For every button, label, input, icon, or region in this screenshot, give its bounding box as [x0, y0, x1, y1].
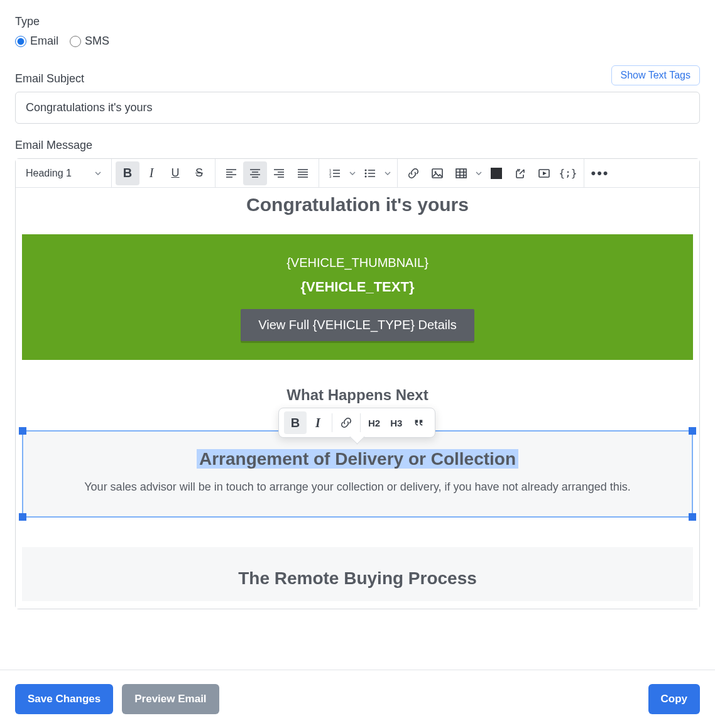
- unordered-list-dropdown[interactable]: [382, 170, 393, 177]
- open-link-button[interactable]: [508, 161, 532, 185]
- strikethrough-button[interactable]: S: [187, 161, 211, 185]
- subject-header: Email Subject Show Text Tags: [15, 65, 700, 85]
- svg-point-3: [365, 169, 367, 171]
- ordered-list-dropdown[interactable]: [347, 170, 358, 177]
- table-button[interactable]: [449, 161, 473, 185]
- table-icon: [455, 167, 467, 180]
- ordered-list-icon: 123: [329, 167, 341, 180]
- resize-handle-bottom-right[interactable]: [689, 513, 696, 521]
- type-radio-sms[interactable]: [70, 36, 81, 47]
- link-button[interactable]: [401, 161, 425, 185]
- bold-icon: B: [291, 416, 300, 430]
- type-radio-email[interactable]: [15, 36, 26, 47]
- align-left-button[interactable]: [219, 161, 243, 185]
- email-message-label: Email Message: [15, 139, 700, 152]
- mini-h2-button[interactable]: H2: [363, 411, 385, 434]
- preview-email-button[interactable]: Preview Email: [122, 684, 219, 685]
- show-text-tags-button[interactable]: Show Text Tags: [611, 65, 700, 85]
- svg-text:3: 3: [329, 175, 332, 178]
- toolbar-group-insert: {;}: [398, 159, 584, 187]
- resize-handle-top-right[interactable]: [689, 427, 696, 435]
- chevron-down-icon: [349, 170, 356, 177]
- color-swatch-icon: [491, 168, 502, 179]
- vehicle-text-placeholder: {VEHICLE_TEXT}: [22, 279, 693, 295]
- svg-rect-8: [456, 169, 466, 178]
- chevron-down-icon: [385, 170, 391, 177]
- mini-link-button[interactable]: [335, 411, 358, 434]
- type-option-label: Email: [30, 35, 58, 48]
- strikethrough-icon: S: [195, 166, 203, 180]
- editor-content[interactable]: Congratulation it's yours {VEHICLE_THUMB…: [16, 188, 699, 609]
- type-option-label: SMS: [85, 35, 109, 48]
- mini-quote-button[interactable]: [407, 411, 430, 434]
- bold-icon: B: [123, 166, 132, 180]
- code-button[interactable]: {;}: [556, 161, 580, 185]
- resize-handle-bottom-left[interactable]: [19, 513, 26, 521]
- color-button[interactable]: [484, 161, 508, 185]
- subject-label: Email Subject: [15, 72, 84, 85]
- italic-icon: I: [150, 166, 154, 180]
- toolbar-group-more: •••: [584, 159, 616, 187]
- type-label: Type: [15, 15, 700, 28]
- unordered-list-button[interactable]: [358, 161, 382, 185]
- italic-icon: I: [315, 416, 320, 430]
- toolbar-group-lists: 123: [319, 159, 398, 187]
- content-title: Congratulation it's yours: [16, 188, 699, 234]
- mini-bold-button[interactable]: B: [284, 411, 307, 434]
- remote-buying-heading: The Remote Buying Process: [47, 568, 668, 589]
- ordered-list-button[interactable]: 123: [323, 161, 347, 185]
- align-left-icon: [225, 167, 237, 180]
- ordered-list-combo: 123: [323, 161, 358, 185]
- chevron-down-icon: [95, 170, 101, 177]
- vehicle-thumbnail-placeholder: {VEHICLE_THUMBNAIL}: [22, 256, 693, 270]
- resize-handle-top-left[interactable]: [19, 427, 26, 435]
- unordered-list-combo: [358, 161, 393, 185]
- type-option-sms[interactable]: SMS: [70, 35, 109, 48]
- align-right-button[interactable]: [267, 161, 291, 185]
- italic-button[interactable]: I: [139, 161, 163, 185]
- save-changes-button[interactable]: Save Changes: [15, 684, 113, 685]
- arrangement-heading: Arrangement of Delivery or Collection: [197, 449, 518, 469]
- bold-button[interactable]: B: [116, 161, 139, 185]
- underline-button[interactable]: U: [163, 161, 187, 185]
- heading-select-label: Heading 1: [26, 168, 72, 179]
- unordered-list-icon: [364, 167, 376, 180]
- vehicle-block: {VEHICLE_THUMBNAIL} {VEHICLE_TEXT} View …: [22, 234, 693, 360]
- quote-icon: [413, 417, 424, 428]
- type-section: Type Email SMS: [15, 15, 700, 48]
- table-dropdown[interactable]: [473, 170, 484, 177]
- code-braces-icon: {;}: [559, 167, 577, 179]
- copy-button[interactable]: Copy: [648, 684, 701, 685]
- editor-toolbar: Heading 1 B I U S: [16, 159, 699, 188]
- more-icon: •••: [591, 166, 609, 180]
- mini-separator: [360, 413, 361, 432]
- more-button[interactable]: •••: [588, 161, 612, 185]
- table-combo: [449, 161, 484, 185]
- video-icon: [538, 167, 550, 180]
- type-option-email[interactable]: Email: [15, 35, 58, 48]
- remote-buying-block: The Remote Buying Process: [22, 547, 693, 601]
- svg-point-4: [365, 172, 367, 174]
- toolbar-group-heading: Heading 1: [16, 159, 112, 187]
- chevron-down-icon: [476, 170, 482, 177]
- toolbar-group-format: B I U S: [112, 159, 216, 187]
- image-button[interactable]: [425, 161, 449, 185]
- footer-left: Save Changes Preview Email: [15, 684, 219, 685]
- align-justify-button[interactable]: [291, 161, 315, 185]
- view-full-details-button[interactable]: View Full {VEHICLE_TYPE} Details: [241, 309, 474, 341]
- mini-separator: [332, 413, 332, 432]
- mini-h3-button[interactable]: H3: [385, 411, 407, 434]
- heading-select[interactable]: Heading 1: [19, 168, 107, 179]
- svg-rect-6: [432, 169, 442, 178]
- video-button[interactable]: [532, 161, 556, 185]
- align-justify-icon: [297, 167, 309, 180]
- arrangement-body: Your sales advisor will be in touch to a…: [36, 481, 679, 494]
- align-right-icon: [273, 167, 285, 180]
- selection-toolbar: B I H2 H3: [278, 408, 435, 438]
- link-icon: [340, 416, 352, 429]
- email-subject-input[interactable]: [15, 92, 700, 124]
- underline-icon: U: [172, 166, 180, 180]
- align-center-button[interactable]: [243, 161, 267, 185]
- mini-italic-button[interactable]: I: [307, 411, 329, 434]
- editor: Heading 1 B I U S: [15, 158, 700, 609]
